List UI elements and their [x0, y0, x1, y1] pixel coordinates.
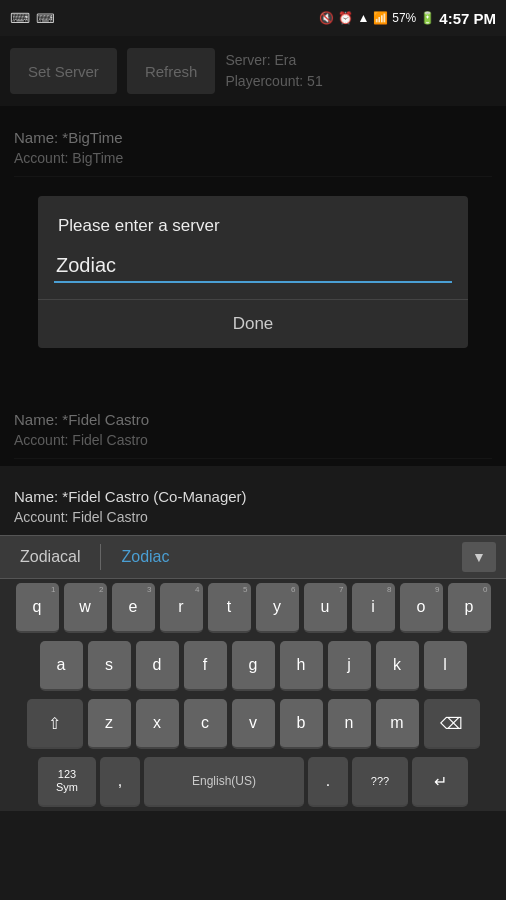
dialog-title: Please enter a server	[38, 196, 468, 246]
key-t[interactable]: t5	[208, 583, 251, 633]
list-item: Name: *Fidel Castro (Co-Manager) Account…	[14, 475, 492, 536]
key-c[interactable]: c	[184, 699, 227, 749]
num-sym-key[interactable]: 123Sym	[38, 757, 96, 807]
battery-percent: 57%	[392, 11, 416, 25]
mute-icon: 🔇	[319, 11, 334, 25]
key-o[interactable]: o9	[400, 583, 443, 633]
language-key[interactable]: English(US)	[144, 757, 304, 807]
key-a[interactable]: a	[40, 641, 83, 691]
signal-icon: 📶	[373, 11, 388, 25]
key-g[interactable]: g	[232, 641, 275, 691]
more-key[interactable]: ???	[352, 757, 408, 807]
key-n[interactable]: n	[328, 699, 371, 749]
server-dialog: Please enter a server Done	[38, 196, 468, 348]
backspace-key[interactable]: ⌫	[424, 699, 480, 749]
key-d[interactable]: d	[136, 641, 179, 691]
key-v[interactable]: v	[232, 699, 275, 749]
key-s[interactable]: s	[88, 641, 131, 691]
key-r[interactable]: r4	[160, 583, 203, 633]
key-m[interactable]: m	[376, 699, 419, 749]
status-time: 4:57 PM	[439, 10, 496, 27]
key-q[interactable]: q1	[16, 583, 59, 633]
autocomplete-bar: Zodiacal Zodiac ▼	[0, 535, 506, 579]
keyboard-row-4: 123Sym , English(US) . ??? ↵	[0, 753, 506, 811]
keyboard-row-1: q1 w2 e3 r4 t5 y6 u7 i8 o9 p0	[0, 579, 506, 637]
key-j[interactable]: j	[328, 641, 371, 691]
key-k[interactable]: k	[376, 641, 419, 691]
done-button[interactable]: Done	[38, 300, 468, 348]
key-i[interactable]: i8	[352, 583, 395, 633]
dialog-overlay: Please enter a server Done	[0, 36, 506, 466]
key-y[interactable]: y6	[256, 583, 299, 633]
period-key[interactable]: .	[308, 757, 348, 807]
player-account: Account: Fidel Castro	[14, 509, 492, 525]
key-p[interactable]: p0	[448, 583, 491, 633]
keyboard: q1 w2 e3 r4 t5 y6 u7 i8 o9 p0 a s d f g …	[0, 579, 506, 811]
status-icons-left: ⌨ ⌨	[10, 10, 55, 26]
key-b[interactable]: b	[280, 699, 323, 749]
key-u[interactable]: u7	[304, 583, 347, 633]
alarm-icon: ⏰	[338, 11, 353, 25]
key-z[interactable]: z	[88, 699, 131, 749]
chevron-down-icon[interactable]: ▼	[462, 542, 496, 572]
player-name: Name: *Fidel Castro (Co-Manager)	[14, 485, 492, 509]
wifi-icon: ▲	[357, 11, 369, 25]
comma-key[interactable]: ,	[100, 757, 140, 807]
battery-icon: 🔋	[420, 11, 435, 25]
key-f[interactable]: f	[184, 641, 227, 691]
usb-icon: ⌨	[10, 10, 30, 26]
key-l[interactable]: l	[424, 641, 467, 691]
key-h[interactable]: h	[280, 641, 323, 691]
shift-key[interactable]: ⇧	[27, 699, 83, 749]
autocomplete-word1[interactable]: Zodiacal	[0, 536, 100, 578]
server-input[interactable]	[54, 250, 452, 283]
keyboard-row-2: a s d f g h j k l	[0, 637, 506, 695]
keyboard-row-3: ⇧ z x c v b n m ⌫	[0, 695, 506, 753]
key-x[interactable]: x	[136, 699, 179, 749]
status-icons-right: 🔇 ⏰ ▲ 📶 57% 🔋 4:57 PM	[319, 10, 496, 27]
key-w[interactable]: w2	[64, 583, 107, 633]
autocomplete-word2[interactable]: Zodiac	[101, 536, 189, 578]
enter-key[interactable]: ↵	[412, 757, 468, 807]
key-e[interactable]: e3	[112, 583, 155, 633]
status-bar: ⌨ ⌨ 🔇 ⏰ ▲ 📶 57% 🔋 4:57 PM	[0, 0, 506, 36]
keyboard-icon: ⌨	[36, 11, 55, 26]
